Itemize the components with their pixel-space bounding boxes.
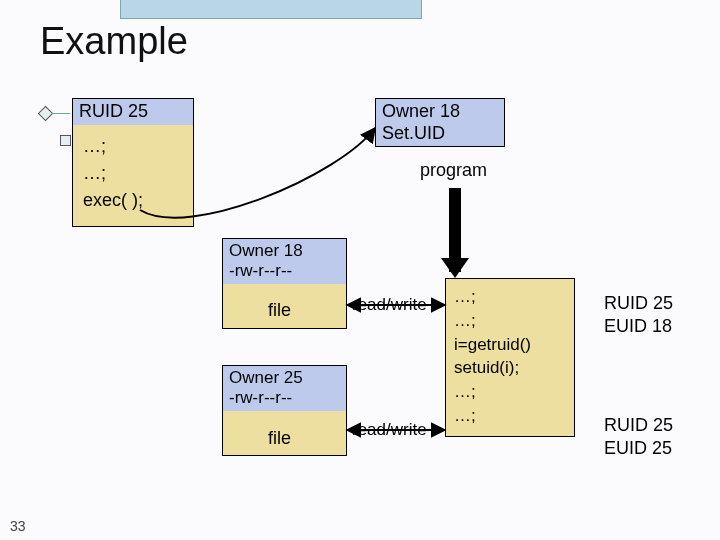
file1-perms: -rw-r--r--	[229, 261, 340, 281]
prog-line: …;	[454, 404, 566, 428]
program-label: program	[420, 160, 487, 181]
slide: Example RUID 25 …; …; exec( ); Owner 18 …	[0, 0, 720, 540]
process-box: RUID 25 …; …; exec( );	[72, 98, 194, 227]
process-line: exec( );	[83, 187, 183, 214]
readwrite-label-1: read/write	[352, 295, 427, 315]
ids-block-1: RUID 25 EUID 18	[604, 292, 673, 337]
readwrite-label-2: read/write	[352, 420, 427, 440]
setuid-box: Owner 18 Set.UID	[375, 98, 505, 147]
ids2-ruid: RUID 25	[604, 414, 673, 437]
prog-line: setuid(i);	[454, 356, 566, 380]
process-line: …;	[83, 160, 183, 187]
slide-title: Example	[40, 20, 188, 63]
bullet-square-icon	[60, 135, 71, 146]
bullet-diamond-icon	[38, 106, 54, 122]
file2-word: file	[268, 428, 291, 449]
top-accent-bar	[120, 0, 422, 19]
process-line: …;	[83, 133, 183, 160]
file1-word: file	[268, 300, 291, 321]
file2-perms: -rw-r--r--	[229, 388, 340, 408]
ids2-euid: EUID 25	[604, 437, 673, 460]
prog-line: …;	[454, 309, 566, 333]
ids-block-2: RUID 25 EUID 25	[604, 414, 673, 459]
page-number: 33	[10, 518, 26, 534]
prog-line: i=getruid()	[454, 333, 566, 357]
file1-owner: Owner 18	[229, 241, 340, 261]
setuid-line: Owner 18	[382, 101, 498, 123]
file2-owner: Owner 25	[229, 368, 340, 388]
program-run-box: …; …; i=getruid() setuid(i); …; …;	[445, 278, 575, 437]
ids1-ruid: RUID 25	[604, 292, 673, 315]
prog-line: …;	[454, 380, 566, 404]
setuid-line: Set.UID	[382, 123, 498, 145]
connectors-svg	[0, 0, 720, 540]
ids1-euid: EUID 18	[604, 315, 673, 338]
prog-line: …;	[454, 285, 566, 309]
process-header: RUID 25	[73, 99, 193, 125]
bullet-stem	[52, 113, 70, 114]
